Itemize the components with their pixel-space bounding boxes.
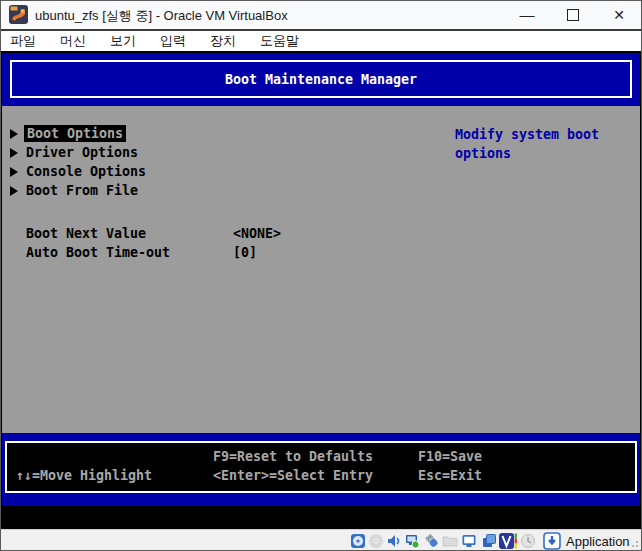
menu-machine[interactable]: 머신 xyxy=(60,32,86,50)
submenu-arrow-icon xyxy=(10,186,18,196)
keyboard-capture-icon[interactable] xyxy=(543,532,561,550)
uefi-menu-label: Driver Options xyxy=(26,145,138,160)
recording-icon[interactable] xyxy=(481,533,497,549)
menu-bar: 파일 머신 보기 입력 장치 도움말 xyxy=(0,31,642,51)
hard-disk-icon[interactable] xyxy=(350,533,366,549)
mouse-integration-icon[interactable] xyxy=(520,533,536,549)
audio-icon[interactable] xyxy=(386,533,402,549)
uefi-menu-boot-options[interactable]: Boot Options xyxy=(2,125,126,142)
status-bar: Application xyxy=(0,529,642,551)
uefi-title-band: Boot Maintenance Manager xyxy=(2,53,640,106)
submenu-arrow-icon xyxy=(10,129,18,139)
uefi-menu-boot-from-file[interactable]: Boot From File xyxy=(2,182,138,199)
keyhint-select: <Enter>=Select Entry xyxy=(213,468,373,483)
uefi-menu-driver-options[interactable]: Driver Options xyxy=(2,144,138,161)
uefi-menu-label: Boot Options xyxy=(24,125,126,142)
maximize-button[interactable] xyxy=(551,0,595,29)
minimize-button[interactable]: — xyxy=(505,0,549,29)
submenu-arrow-icon xyxy=(10,167,18,177)
keyhint-save: F10=Save xyxy=(418,449,482,464)
auto-boot-timeout-value[interactable]: [0] xyxy=(233,245,257,260)
virtualbox-app-icon xyxy=(9,5,28,24)
submenu-arrow-icon xyxy=(10,148,18,158)
title-bar: ubuntu_zfs [실행 중] - Oracle VM VirtualBox… xyxy=(0,0,642,29)
uefi-page-title: Boot Maintenance Manager xyxy=(225,72,417,87)
uefi-menu-label: Boot From File xyxy=(26,183,138,198)
keyhint-move: ↑↓=Move Highlight xyxy=(16,468,152,483)
features-vtx-icon[interactable] xyxy=(499,533,518,549)
auto-boot-timeout-label: Auto Boot Time-out xyxy=(26,245,170,260)
display-icon[interactable] xyxy=(461,533,477,549)
usb-icon[interactable] xyxy=(424,533,440,549)
keyhint-reset: F9=Reset to Defaults xyxy=(213,449,373,464)
menu-devices[interactable]: 장치 xyxy=(210,32,236,50)
maximize-icon xyxy=(567,9,579,21)
uefi-keyhelp-band: F9=Reset to Defaults F10=Save ↑↓=Move Hi… xyxy=(2,433,640,506)
window-title: ubuntu_zfs [실행 중] - Oracle VM VirtualBox xyxy=(35,7,288,25)
vm-display[interactable]: Boot Maintenance Manager Boot Options Dr… xyxy=(0,51,642,529)
uefi-menu-console-options[interactable]: Console Options xyxy=(2,163,146,180)
shared-folders-icon[interactable] xyxy=(442,533,458,549)
application-status-label: Application xyxy=(566,534,630,549)
network-icon[interactable] xyxy=(404,533,420,549)
uefi-help-text-line1: Modify system boot xyxy=(455,127,599,142)
uefi-body: Boot Options Driver Options Console Opti… xyxy=(2,106,640,433)
boot-next-value[interactable]: <NONE> xyxy=(233,226,281,241)
resize-grip[interactable] xyxy=(631,540,639,548)
uefi-keyhelp-box: F9=Reset to Defaults F10=Save ↑↓=Move Hi… xyxy=(5,441,637,493)
close-button[interactable]: ✕ xyxy=(597,0,641,29)
keyhint-exit: Esc=Exit xyxy=(418,468,482,483)
menu-help[interactable]: 도움말 xyxy=(260,32,299,50)
uefi-help-text-line2: options xyxy=(455,146,511,161)
uefi-title-border: Boot Maintenance Manager xyxy=(10,60,632,98)
menu-view[interactable]: 보기 xyxy=(110,32,136,50)
optical-disc-icon[interactable] xyxy=(368,533,384,549)
menu-file[interactable]: 파일 xyxy=(10,32,36,50)
boot-next-value-label: Boot Next Value xyxy=(26,226,146,241)
uefi-menu-label: Console Options xyxy=(26,164,146,179)
menu-input[interactable]: 입력 xyxy=(160,32,186,50)
